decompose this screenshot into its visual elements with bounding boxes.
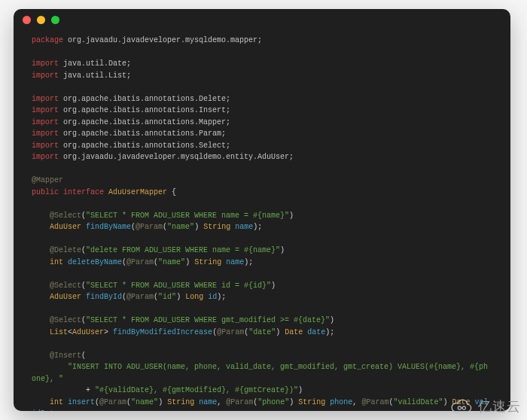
import-path: org.apache.ibatis.annotations.Delete xyxy=(63,95,226,103)
keyword: import xyxy=(32,72,59,80)
annotation: @Param xyxy=(217,328,244,336)
code-window: package org.javaadu.javadeveloper.mysqld… xyxy=(14,9,510,411)
param-var: date xyxy=(307,328,325,336)
keyword: public xyxy=(32,188,59,196)
param-type: String xyxy=(203,223,230,231)
param-type: Long xyxy=(185,293,203,301)
param-key: "date" xyxy=(248,328,276,336)
return-type: AduUser xyxy=(50,293,81,301)
keyword: interface xyxy=(63,188,104,196)
close-icon[interactable] xyxy=(23,16,31,24)
import-path: java.util.Date xyxy=(63,59,126,68)
import-path: org.apache.ibatis.annotations.Insert xyxy=(63,106,226,114)
return-type: int xyxy=(50,398,63,406)
param-var: name xyxy=(226,258,244,266)
method-name: insert xyxy=(68,398,95,406)
param-type: String xyxy=(167,398,194,406)
method-name: findById xyxy=(86,293,122,301)
sql-string: "INSERT INTO ADU_USER(name, phone, valid… xyxy=(32,363,488,383)
generic-type: AduUser xyxy=(72,328,104,336)
import-path: org.apache.ibatis.annotations.Select xyxy=(63,142,226,150)
keyword: import xyxy=(32,95,59,103)
param-var: name xyxy=(199,398,217,406)
keyword: import xyxy=(32,118,59,126)
sql-string: "SELECT * FROM ADU_USER WHERE name = #{n… xyxy=(86,212,289,220)
annotation: @Mapper xyxy=(32,176,63,184)
keyword: import xyxy=(32,142,59,150)
annotation: @Delete xyxy=(50,246,81,254)
annotation: @Select xyxy=(50,282,81,290)
annotation: @Param xyxy=(136,223,163,231)
keyword: import xyxy=(32,129,59,138)
sql-string: "SELECT * FROM ADU_USER WHERE gmt_modifi… xyxy=(86,316,330,324)
keyword: import xyxy=(32,106,59,114)
param-type: String xyxy=(194,258,221,266)
keyword: import xyxy=(32,153,59,161)
sql-string: "SELECT * FROM ADU_USER WHERE id = #{id}… xyxy=(86,282,271,290)
keyword: package xyxy=(32,36,63,44)
package-path: org.javaadu.javadeveloper.mysqldemo.mapp… xyxy=(68,36,257,44)
brand-text: 亿速云 xyxy=(478,397,521,415)
type-name: AduUserMapper xyxy=(108,188,167,196)
method-name: deleteByName xyxy=(68,258,122,266)
annotation: @Select xyxy=(50,212,81,220)
param-key: "id" xyxy=(158,293,176,301)
import-path: org.apache.ibatis.annotations.Param xyxy=(63,129,221,138)
param-key: "name" xyxy=(158,258,185,266)
annotation: @Param xyxy=(126,258,154,266)
return-type: AduUser xyxy=(50,223,81,231)
brand-watermark: 亿速云 xyxy=(449,397,521,415)
annotation: @Insert xyxy=(50,352,81,360)
window-titlebar xyxy=(14,9,510,30)
param-var: phone xyxy=(330,398,352,406)
param-key: "name" xyxy=(167,223,194,231)
param-key: "validDate" xyxy=(393,398,443,406)
import-path: org.apache.ibatis.annotations.Mapper xyxy=(63,118,226,126)
svg-point-1 xyxy=(462,406,465,409)
sql-string: "#{validDate}, #{gmtModified}, #{gmtCrea… xyxy=(95,386,298,394)
return-type: List xyxy=(50,328,68,336)
annotation: @Select xyxy=(50,316,81,324)
svg-point-0 xyxy=(458,406,461,409)
maximize-icon[interactable] xyxy=(51,16,59,24)
method-name: findByName xyxy=(86,223,131,231)
import-path: org.javaadu.javadeveloper.mysqldemo.enti… xyxy=(63,153,289,161)
minimize-icon[interactable] xyxy=(37,16,45,24)
annotation: @Param xyxy=(361,398,388,406)
annotation: @Param xyxy=(99,398,126,406)
sql-string: "delete FROM ADU_USER WHERE name = #{nam… xyxy=(86,246,280,254)
keyword: import xyxy=(32,59,59,68)
brace: { xyxy=(172,188,176,196)
code-content: package org.javaadu.javadeveloper.mysqld… xyxy=(14,30,510,411)
param-type: String xyxy=(298,398,325,406)
cloud-icon xyxy=(449,398,474,415)
method-name: findByModifiedIncrease xyxy=(113,328,212,336)
param-type: Date xyxy=(285,328,303,336)
plus-op: + xyxy=(86,386,90,394)
param-key: "phone" xyxy=(257,398,289,406)
import-path: java.util.List xyxy=(63,72,126,80)
param-key: "name" xyxy=(131,398,158,406)
return-type: int xyxy=(50,258,63,266)
annotation: @Param xyxy=(126,293,154,301)
param-var: name xyxy=(235,223,253,231)
annotation: @Param xyxy=(226,398,253,406)
param-var: id xyxy=(208,293,217,301)
